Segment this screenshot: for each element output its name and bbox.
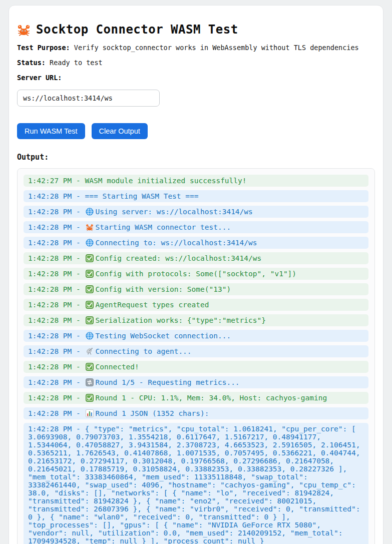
page-title-text: Socktop Connector WASM Test [36, 23, 238, 37]
server-url-label: Server URL: [17, 74, 62, 82]
test-purpose-text: Verify socktop_connector works in WebAss… [74, 44, 359, 52]
log-separator: - [76, 285, 81, 293]
status-text: Ready to test [50, 59, 103, 67]
log-message: Round 1 - CPU: 1.1%, Mem: 34.0%, Host: c… [96, 394, 327, 402]
log-entry: 1:42:28 PM - Config with version: Some("… [24, 283, 368, 295]
log-separator: - [76, 270, 81, 278]
log-timestamp: 1:42:28 PM [28, 347, 72, 355]
check-icon [86, 301, 94, 309]
clear-output-button[interactable]: Clear Output [92, 123, 148, 139]
log-separator: - [76, 332, 81, 340]
status-line: Status: Ready to test [17, 59, 375, 67]
log-timestamp: 1:42:28 PM [28, 223, 72, 231]
log-timestamp: 1:42:27 PM [28, 177, 72, 185]
log-entry: 1:42:28 PM - AgentRequest types created [24, 299, 368, 311]
log-separator: - [76, 363, 81, 371]
log-separator: - [76, 208, 81, 216]
log-message: Testing WebSocket connection... [96, 332, 231, 340]
log-separator: - [76, 254, 81, 262]
log-message: Using server: ws://localhost:3414/ws [96, 208, 253, 216]
log-entry: 1:42:28 PM - Connecting to agent... [24, 345, 368, 357]
log-timestamp: 1:42:28 PM [28, 394, 72, 402]
log-timestamp: 1:42:28 PM [28, 332, 72, 340]
refresh-icon [86, 378, 94, 386]
log-entry: 1:42:28 PM - Round 1/5 - Requesting metr… [24, 376, 368, 388]
server-url-line: Server URL: [17, 74, 375, 82]
satellite-icon [86, 347, 94, 355]
check-icon [86, 254, 94, 262]
log-separator: - [76, 177, 81, 185]
log-message: { "type": "metrics", "cpu_total": 1.0618… [28, 425, 360, 544]
log-timestamp: 1:42:28 PM [28, 409, 72, 417]
log-separator: - [76, 347, 81, 355]
log-separator: - [76, 239, 81, 247]
output-label: Output: [17, 153, 375, 162]
log-message: Round 1/5 - Requesting metrics... [96, 378, 240, 386]
log-entry: 1:42:28 PM - Starting WASM connector tes… [24, 221, 368, 233]
log-timestamp: 1:42:28 PM [28, 192, 72, 200]
check-icon [86, 270, 94, 278]
log-timestamp: 1:42:28 PM [28, 425, 72, 433]
log-message: === Starting WASM Test === [85, 192, 199, 200]
log-message: Connected! [96, 363, 139, 371]
bar-chart-icon [86, 409, 94, 417]
main-card: Socktop Connector WASM Test Test Purpose… [9, 5, 383, 544]
log-timestamp: 1:42:28 PM [28, 301, 72, 309]
page-title: Socktop Connector WASM Test [17, 23, 375, 37]
log-timestamp: 1:42:28 PM [28, 378, 72, 386]
crab-icon [17, 24, 31, 36]
log-entry: 1:42:28 PM - === Starting WASM Test === [24, 190, 368, 202]
globe-icon [86, 332, 94, 340]
log-entry: 1:42:28 PM - Config created: ws://localh… [24, 252, 368, 264]
globe-icon [86, 239, 94, 247]
log-separator: - [76, 301, 81, 309]
log-message: Config with version: Some("13") [96, 285, 231, 293]
output-log: 1:42:27 PM - WASM module initialized suc… [17, 168, 375, 544]
button-row: Run WASM Test Clear Output [17, 123, 375, 139]
log-timestamp: 1:42:28 PM [28, 270, 72, 278]
log-entry: 1:42:28 PM - Using server: ws://localhos… [24, 206, 368, 218]
log-separator: - [76, 192, 81, 200]
log-separator: - [76, 378, 81, 386]
log-entry: 1:42:28 PM - Round 1 - CPU: 1.1%, Mem: 3… [24, 392, 368, 404]
log-separator: - [76, 223, 81, 231]
globe-icon [86, 208, 94, 216]
check-icon [86, 363, 94, 371]
log-separator: - [76, 425, 81, 433]
log-entry: 1:42:28 PM - { "type": "metrics", "cpu_t… [24, 423, 368, 544]
log-entry: 1:42:27 PM - WASM module initialized suc… [24, 175, 368, 187]
crab-icon [86, 223, 94, 231]
server-url-row [17, 90, 375, 107]
log-message: WASM module initialized successfully! [85, 177, 247, 185]
server-url-input[interactable] [17, 90, 160, 107]
log-timestamp: 1:42:28 PM [28, 316, 72, 324]
log-separator: - [76, 394, 81, 402]
log-message: Config with protocols: Some(["socktop", … [96, 270, 297, 278]
log-separator: - [76, 316, 81, 324]
log-entry: 1:42:28 PM - Config with protocols: Some… [24, 268, 368, 280]
log-message: AgentRequest types created [96, 301, 209, 309]
log-entry: 1:42:28 PM - Connected! [24, 361, 368, 373]
log-message: Starting WASM connector test... [96, 223, 231, 231]
log-timestamp: 1:42:28 PM [28, 363, 72, 371]
log-message: Connecting to agent... [96, 347, 192, 355]
log-timestamp: 1:42:28 PM [28, 239, 72, 247]
log-message: Serialization works: {"type":"metrics"} [96, 316, 266, 324]
check-icon [86, 394, 94, 402]
run-wasm-test-button[interactable]: Run WASM Test [17, 123, 85, 139]
log-entry: 1:42:28 PM - Round 1 JSON (1352 chars): [24, 407, 368, 419]
log-timestamp: 1:42:28 PM [28, 285, 72, 293]
log-entry: 1:42:28 PM - Serialization works: {"type… [24, 314, 368, 326]
log-timestamp: 1:42:28 PM [28, 208, 72, 216]
test-purpose-line: Test Purpose: Verify socktop_connector w… [17, 44, 375, 52]
status-label: Status: [17, 59, 46, 67]
log-separator: - [76, 409, 81, 417]
log-entry: 1:42:28 PM - Connecting to: ws://localho… [24, 237, 368, 249]
test-purpose-label: Test Purpose: [17, 44, 70, 52]
log-message: Config created: ws://localhost:3414/ws [96, 254, 262, 262]
log-message: Connecting to: ws://localhost:3414/ws [96, 239, 257, 247]
check-icon [86, 285, 94, 293]
check-icon [86, 316, 94, 324]
log-entry: 1:42:28 PM - Testing WebSocket connectio… [24, 330, 368, 342]
log-message: Round 1 JSON (1352 chars): [96, 409, 209, 417]
